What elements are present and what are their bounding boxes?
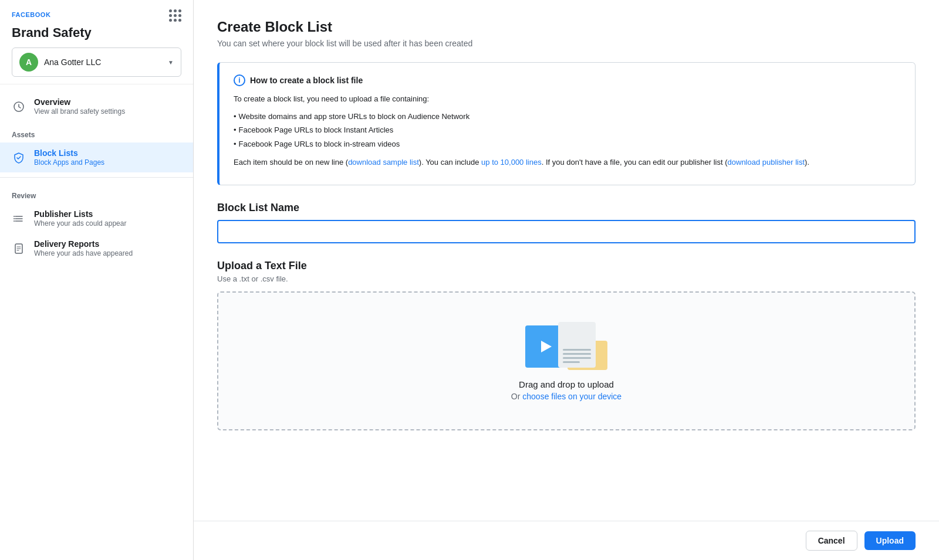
review-section-label: Review <box>0 182 193 203</box>
info-box-header: i How to create a block list file <box>234 74 901 86</box>
upload-subtitle: Use a .txt or .csv file. <box>217 274 916 283</box>
bullet-item-2: Facebook Page URLs to block Instant Arti… <box>234 123 901 137</box>
apps-grid-icon[interactable] <box>169 9 181 22</box>
list-icon <box>12 212 26 226</box>
page-title: Create Block List <box>217 19 916 35</box>
block-list-name-input[interactable] <box>217 220 916 243</box>
sidebar-item-overview[interactable]: Overview View all brand safety settings <box>0 91 193 121</box>
overview-subtitle: View all brand safety settings <box>34 107 125 116</box>
note-part1: Each item should be on new line ( <box>234 158 348 167</box>
doc-line-1 <box>563 349 591 351</box>
upload-section: Upload a Text File Use a .txt or .csv fi… <box>217 260 916 430</box>
delivery-reports-title: Delivery Reports <box>34 239 133 249</box>
clock-icon <box>12 100 26 114</box>
svg-point-5 <box>13 218 15 219</box>
account-selector[interactable]: A Ana Gotter LLC ▼ <box>12 47 181 77</box>
doc-line-2 <box>563 353 591 355</box>
info-intro: To create a block list, you need to uplo… <box>234 93 901 105</box>
publisher-lists-title: Publisher Lists <box>34 209 126 219</box>
download-sample-link[interactable]: download sample list <box>348 158 419 167</box>
info-box-title: How to create a block list file <box>250 76 363 85</box>
sidebar: FACEBOOK Brand Safety A Ana Gotter LLC ▼ <box>0 0 194 560</box>
overview-text: Overview View all brand safety settings <box>34 97 125 116</box>
or-text: Or <box>511 392 522 401</box>
cancel-button[interactable]: Cancel <box>806 531 857 551</box>
delivery-reports-subtitle: Where your ads have appeared <box>34 249 133 257</box>
sidebar-item-delivery-reports[interactable]: Delivery Reports Where your ads have app… <box>0 233 193 263</box>
sidebar-item-block-lists[interactable]: Block Lists Block Apps and Pages <box>0 142 193 172</box>
note-part4: ). <box>805 158 809 167</box>
content-area: Create Block List You can set where your… <box>194 0 939 521</box>
block-list-name-section: Block List Name <box>217 202 916 243</box>
upload-icons-group <box>525 321 607 368</box>
doc-line-4 <box>563 361 580 363</box>
bullet-list: Website domains and app store URLs to bl… <box>234 110 901 151</box>
block-lists-subtitle: Block Apps and Pages <box>34 158 104 167</box>
lines-limit-link[interactable]: up to 10,000 lines <box>481 158 542 167</box>
assets-section-label: Assets <box>0 121 193 142</box>
shield-icon <box>12 151 26 165</box>
download-publisher-link[interactable]: download publisher list <box>728 158 805 167</box>
upload-title: Upload a Text File <box>217 260 916 272</box>
doc-line-3 <box>563 357 591 359</box>
sidebar-nav: Overview View all brand safety settings … <box>0 84 193 560</box>
svg-point-6 <box>13 220 15 222</box>
publisher-lists-subtitle: Where your ads could appear <box>34 219 126 228</box>
note-part3: . If you don't have a file, you can edit… <box>542 158 728 167</box>
chevron-down-icon: ▼ <box>168 59 174 66</box>
delivery-reports-text: Delivery Reports Where your ads have app… <box>34 239 133 257</box>
publisher-lists-text: Publisher Lists Where your ads could app… <box>34 209 126 228</box>
bullet-item-1: Website domains and app store URLs to bl… <box>234 110 901 124</box>
main-content: Create Block List You can set where your… <box>194 0 939 560</box>
note-part2: ). You can include <box>419 158 481 167</box>
page-subtitle: You can set where your block list will b… <box>217 39 916 48</box>
brand-safety-title: Brand Safety <box>12 25 181 40</box>
upload-or-text: Or choose files on your device <box>511 392 622 401</box>
document-file-icon <box>558 322 596 368</box>
info-note: Each item should be on new line (downloa… <box>234 157 901 168</box>
sidebar-header: FACEBOOK Brand Safety A Ana Gotter LLC ▼ <box>0 0 193 84</box>
block-list-name-label: Block List Name <box>217 202 916 214</box>
upload-dropzone[interactable]: Drag and drop to upload Or choose files … <box>217 291 916 430</box>
info-box: i How to create a block list file To cre… <box>217 62 916 185</box>
choose-files-link[interactable]: choose files on your device <box>522 392 622 401</box>
facebook-label: FACEBOOK <box>12 11 50 18</box>
bullet-item-3: Facebook Page URLs to block in-stream vi… <box>234 137 901 151</box>
svg-point-4 <box>13 216 15 217</box>
overview-title: Overview <box>34 97 125 107</box>
block-lists-title: Block Lists <box>34 148 104 158</box>
sidebar-item-publisher-lists[interactable]: Publisher Lists Where your ads could app… <box>0 203 193 233</box>
info-box-body: To create a block list, you need to uplo… <box>234 93 901 168</box>
bottom-bar: Cancel Upload <box>194 521 939 560</box>
avatar: A <box>19 53 38 72</box>
block-lists-text: Block Lists Block Apps and Pages <box>34 148 104 167</box>
upload-button[interactable]: Upload <box>864 531 916 550</box>
drag-drop-text: Drag and drop to upload <box>519 379 614 389</box>
account-name: Ana Gotter LLC <box>44 57 162 67</box>
play-icon <box>541 341 552 352</box>
doc-icon <box>12 242 26 256</box>
info-circle-icon: i <box>234 74 245 86</box>
